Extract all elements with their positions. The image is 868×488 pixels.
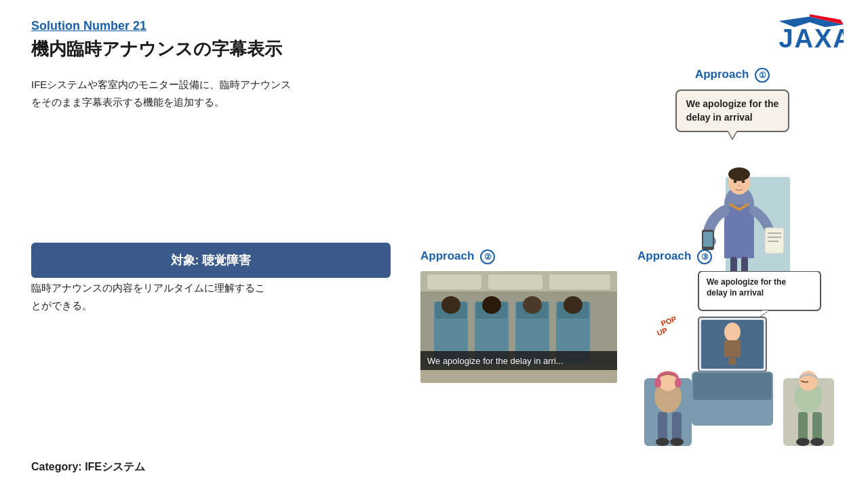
svg-rect-67 xyxy=(812,412,822,441)
svg-point-49 xyxy=(724,323,741,342)
target-box: 対象: 聴覚障害 xyxy=(31,243,391,278)
approach2-image: We apologize for the delay in arri... xyxy=(420,271,617,383)
svg-text:We apologize for the delay in : We apologize for the delay in arri... xyxy=(427,356,564,366)
approach1-bubble: We apologize for thedelay in arrival xyxy=(675,89,790,132)
svg-rect-59 xyxy=(658,412,667,441)
svg-text:UP: UP xyxy=(656,326,668,338)
svg-point-61 xyxy=(656,438,669,446)
svg-rect-60 xyxy=(672,412,682,441)
target-label: 対象: 聴覚障害 xyxy=(171,253,252,267)
svg-point-58 xyxy=(675,378,682,388)
svg-text:JAXA: JAXA xyxy=(779,24,844,53)
approach2-number: ② xyxy=(480,249,495,264)
svg-text:POP: POP xyxy=(660,314,677,327)
svg-point-7 xyxy=(734,180,737,183)
benefit-text: 臨時アナウンスの内容をリアルタイムに理解するこ とができる。 xyxy=(31,279,265,314)
solution-number-link[interactable]: Solution Number 21 xyxy=(31,19,837,33)
svg-point-35 xyxy=(523,296,542,314)
svg-point-69 xyxy=(810,438,824,446)
approach1-label: Approach ① xyxy=(637,68,827,83)
svg-point-36 xyxy=(564,296,583,314)
approach3-label: Approach ③ xyxy=(637,249,841,264)
svg-point-34 xyxy=(482,296,501,314)
approach2-label: Approach ② xyxy=(420,249,617,264)
svg-point-9 xyxy=(738,185,741,187)
approach3-container: Approach ③ We apologize for the delay in… xyxy=(637,249,841,477)
approach2-container: Approach ② xyxy=(420,249,617,383)
approach3-number: ③ xyxy=(697,249,712,264)
category: Category: IFEシステム xyxy=(31,460,145,474)
svg-rect-24 xyxy=(549,274,610,289)
svg-point-33 xyxy=(441,296,460,314)
jaxa-logo: JAXA xyxy=(776,14,844,54)
svg-rect-11 xyxy=(703,232,713,247)
svg-point-8 xyxy=(742,180,745,183)
description-text: IFEシステムや客室内のモニター設備に、臨時アナウンス をそのまま字幕表示する機… xyxy=(31,76,316,110)
approach1-number: ① xyxy=(755,68,770,83)
svg-point-62 xyxy=(670,438,684,446)
svg-text:delay in arrival: delay in arrival xyxy=(707,288,764,298)
svg-rect-23 xyxy=(488,274,542,289)
svg-point-57 xyxy=(654,378,661,388)
approach3-image: We apologize for the delay in arrival PO… xyxy=(637,271,841,477)
svg-text:We apologize for the: We apologize for the xyxy=(707,277,786,287)
svg-rect-50 xyxy=(724,340,741,357)
svg-point-68 xyxy=(796,438,810,446)
svg-rect-53 xyxy=(693,373,772,400)
svg-rect-22 xyxy=(427,274,481,289)
main-title: 機内臨時アナウンスの字幕表示 xyxy=(31,37,837,61)
svg-point-6 xyxy=(728,167,750,181)
svg-rect-66 xyxy=(798,412,808,441)
